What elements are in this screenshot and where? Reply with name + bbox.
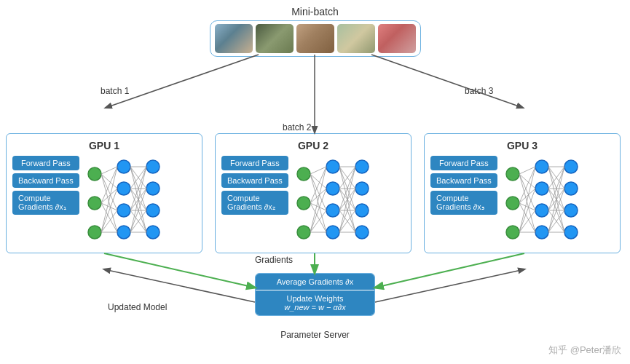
gpu2-buttons: Forward Pass Backward Pass Compute Gradi… bbox=[221, 156, 288, 215]
svg-point-2 bbox=[88, 226, 101, 239]
gpu3-forward: Forward Pass bbox=[430, 156, 497, 170]
svg-point-6 bbox=[117, 226, 130, 239]
svg-point-46 bbox=[355, 160, 369, 173]
nn2-svg bbox=[293, 156, 380, 250]
gpu1-forward: Forward Pass bbox=[12, 156, 79, 170]
svg-point-83 bbox=[535, 204, 548, 217]
svg-point-44 bbox=[326, 204, 339, 217]
gpu1-buttons: Forward Pass Backward Pass Compute Gradi… bbox=[12, 156, 79, 215]
nn1-svg bbox=[84, 156, 171, 250]
svg-point-45 bbox=[326, 226, 339, 239]
batch1-label: batch 1 bbox=[101, 86, 129, 96]
svg-line-13 bbox=[101, 174, 117, 210]
svg-line-52 bbox=[310, 174, 326, 210]
gpu2-content: Forward Pass Backward Pass Compute Gradi… bbox=[221, 156, 405, 250]
svg-point-42 bbox=[326, 160, 339, 173]
svg-point-0 bbox=[88, 167, 101, 181]
svg-point-49 bbox=[355, 226, 369, 239]
svg-point-78 bbox=[506, 167, 519, 181]
svg-point-4 bbox=[117, 182, 130, 195]
svg-line-96 bbox=[519, 203, 535, 232]
gpu1-content: Forward Pass Backward Pass Compute Gradi… bbox=[12, 156, 196, 250]
update-weights: Update Weights w_new = w − α∂x bbox=[256, 290, 374, 315]
gpu3-title: GPU 3 bbox=[430, 140, 614, 151]
gradients-label: Gradients bbox=[255, 255, 293, 265]
svg-line-54 bbox=[310, 167, 326, 203]
svg-line-20 bbox=[101, 189, 117, 232]
svg-point-47 bbox=[355, 182, 369, 195]
svg-line-122 bbox=[375, 253, 524, 288]
nn3-svg bbox=[502, 156, 589, 250]
svg-point-88 bbox=[564, 226, 578, 239]
svg-line-119 bbox=[371, 55, 523, 108]
gpu2-forward: Forward Pass bbox=[221, 156, 288, 170]
minibatch-label: Mini-batch bbox=[291, 6, 339, 17]
minibatch-images bbox=[210, 20, 421, 57]
svg-point-79 bbox=[506, 197, 519, 210]
svg-point-85 bbox=[564, 160, 578, 173]
gpu2-title: GPU 2 bbox=[221, 140, 405, 151]
svg-line-11 bbox=[101, 167, 117, 174]
svg-line-57 bbox=[310, 203, 326, 232]
img-animal bbox=[337, 24, 375, 53]
diagram: Mini-batch batch 1 batch 2 batch 3 GPU 1… bbox=[0, 0, 630, 364]
svg-line-89 bbox=[519, 167, 535, 174]
gpu3-backward: Backward Pass bbox=[430, 173, 497, 188]
img-soldier bbox=[256, 24, 294, 53]
batch2-label: batch 2 bbox=[283, 122, 311, 132]
svg-line-124 bbox=[375, 269, 524, 302]
svg-line-59 bbox=[310, 189, 326, 232]
gpu3-box: GPU 3 Forward Pass Backward Pass Compute… bbox=[424, 133, 621, 253]
gpu1-box: GPU 1 Forward Pass Backward Pass Compute… bbox=[6, 133, 202, 253]
svg-point-7 bbox=[146, 160, 160, 173]
img-building2 bbox=[296, 24, 334, 53]
svg-point-86 bbox=[564, 182, 578, 195]
gpu2-backward: Backward Pass bbox=[221, 173, 288, 188]
svg-point-81 bbox=[535, 160, 548, 173]
svg-point-48 bbox=[355, 204, 369, 217]
svg-point-5 bbox=[117, 204, 130, 217]
img-building bbox=[215, 24, 253, 53]
svg-point-10 bbox=[146, 226, 160, 239]
param-server-label: Parameter Server bbox=[255, 330, 375, 340]
svg-line-50 bbox=[310, 167, 326, 174]
svg-point-87 bbox=[564, 204, 578, 217]
gpu1-backward: Backward Pass bbox=[12, 173, 79, 188]
svg-point-3 bbox=[117, 160, 130, 173]
svg-point-1 bbox=[88, 197, 101, 210]
gpu1-compute: Compute Gradients ∂x₁ bbox=[12, 191, 79, 215]
svg-point-9 bbox=[146, 204, 160, 217]
img-bicycle bbox=[378, 24, 416, 53]
svg-point-43 bbox=[326, 182, 339, 195]
svg-line-91 bbox=[519, 174, 535, 210]
svg-point-41 bbox=[297, 226, 310, 239]
gpu2-box: GPU 2 Forward Pass Backward Pass Compute… bbox=[215, 133, 412, 253]
svg-point-84 bbox=[535, 226, 548, 239]
svg-line-123 bbox=[104, 269, 255, 302]
svg-line-98 bbox=[519, 189, 535, 232]
svg-line-15 bbox=[101, 167, 117, 203]
svg-point-39 bbox=[297, 167, 310, 181]
gpu3-content: Forward Pass Backward Pass Compute Gradi… bbox=[430, 156, 614, 250]
updated-model-label: Updated Model bbox=[108, 302, 167, 312]
batch3-label: batch 3 bbox=[465, 86, 493, 96]
svg-point-82 bbox=[535, 182, 548, 195]
param-server-box: Average Gradients ∂x Update Weights w_ne… bbox=[255, 273, 375, 316]
svg-point-8 bbox=[146, 182, 160, 195]
svg-line-120 bbox=[104, 253, 255, 288]
svg-line-18 bbox=[101, 203, 117, 232]
svg-line-117 bbox=[106, 55, 259, 108]
svg-point-40 bbox=[297, 197, 310, 210]
gpu2-compute: Compute Gradients ∂x₂ bbox=[221, 191, 288, 215]
gpu3-buttons: Forward Pass Backward Pass Compute Gradi… bbox=[430, 156, 497, 215]
svg-point-80 bbox=[506, 226, 519, 239]
avg-gradients: Average Gradients ∂x bbox=[256, 274, 374, 290]
gpu1-title: GPU 1 bbox=[12, 140, 196, 151]
svg-line-93 bbox=[519, 167, 535, 203]
watermark: 知乎 @Peter潘欣 bbox=[548, 344, 621, 357]
gpu3-compute: Compute Gradients ∂x₃ bbox=[430, 191, 497, 215]
